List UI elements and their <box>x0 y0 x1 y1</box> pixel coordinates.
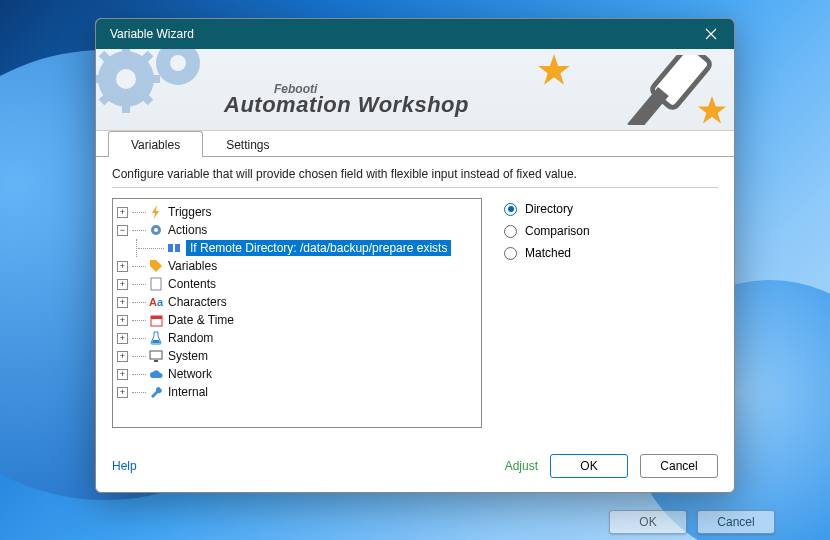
collapse-icon[interactable]: − <box>117 225 128 236</box>
tree-item-characters[interactable]: + Aa Characters <box>117 293 477 311</box>
tree-label: Variables <box>168 259 217 273</box>
svg-rect-7 <box>148 75 160 83</box>
characters-icon: Aa <box>148 294 164 310</box>
tree-item-variables[interactable]: + Variables <box>117 257 477 275</box>
expand-icon[interactable]: + <box>117 333 128 344</box>
radio-group: Directory Comparison Matched <box>504 198 590 436</box>
svg-rect-21 <box>150 351 162 359</box>
tree-item-actions[interactable]: − Actions <box>117 221 477 239</box>
ok-button[interactable]: OK <box>550 454 628 478</box>
svg-rect-16 <box>168 244 173 252</box>
tree-item-random[interactable]: + Random <box>117 329 477 347</box>
tab-variables[interactable]: Variables <box>108 131 203 157</box>
tree-label: Triggers <box>168 205 212 219</box>
expand-icon[interactable]: + <box>117 261 128 272</box>
close-button[interactable] <box>688 19 734 49</box>
tree-label-selected: If Remote Directory: /data/backup/prepar… <box>186 240 451 256</box>
brand-title: Automation Workshop <box>224 92 469 118</box>
radio-label: Matched <box>525 246 571 260</box>
wrench-icon <box>148 384 164 400</box>
bolt-icon <box>148 204 164 220</box>
tree-label: Characters <box>168 295 227 309</box>
gears-decoration <box>96 49 246 131</box>
expand-icon[interactable]: + <box>117 207 128 218</box>
tree-item-system[interactable]: + System <box>117 347 477 365</box>
radio-matched[interactable]: Matched <box>504 242 590 264</box>
svg-rect-5 <box>122 101 130 113</box>
radio-label: Directory <box>525 202 573 216</box>
cloud-icon <box>148 366 164 382</box>
radio-comparison[interactable]: Comparison <box>504 220 590 242</box>
adjust-link[interactable]: Adjust <box>505 459 538 473</box>
radio-icon <box>504 203 517 216</box>
separator <box>112 187 718 188</box>
tree-label: Network <box>168 367 212 381</box>
radio-label: Comparison <box>525 224 590 238</box>
svg-rect-4 <box>122 49 130 57</box>
background-dialog-buttons: OK Cancel <box>609 510 775 534</box>
tree-item-date-time[interactable]: + Date & Time <box>117 311 477 329</box>
svg-rect-20 <box>151 316 162 319</box>
cancel-button[interactable]: Cancel <box>640 454 718 478</box>
document-icon <box>148 276 164 292</box>
radio-icon <box>504 247 517 260</box>
condition-icon <box>166 240 182 256</box>
banner: Febooti Automation Workshop <box>96 49 734 131</box>
tree-item-actions-child[interactable]: If Remote Directory: /data/backup/prepar… <box>117 239 477 257</box>
svg-rect-6 <box>96 75 104 83</box>
tree-item-network[interactable]: + Network <box>117 365 477 383</box>
svg-rect-17 <box>175 244 180 252</box>
instructions-text: Configure variable that will provide cho… <box>112 167 718 181</box>
svg-rect-13 <box>627 87 669 125</box>
expand-icon[interactable]: + <box>117 351 128 362</box>
tabstrip: Variables Settings <box>96 130 734 157</box>
svg-rect-22 <box>154 360 158 362</box>
tree-label: Date & Time <box>168 313 234 327</box>
tree-label: Internal <box>168 385 208 399</box>
svg-rect-18 <box>151 278 161 290</box>
expand-icon[interactable]: + <box>117 387 128 398</box>
calendar-icon <box>148 312 164 328</box>
footer: Help Adjust OK Cancel <box>96 446 734 492</box>
svg-point-1 <box>116 69 136 89</box>
tree-item-internal[interactable]: + Internal <box>117 383 477 401</box>
help-link[interactable]: Help <box>112 459 137 473</box>
flask-icon <box>148 330 164 346</box>
radio-icon <box>504 225 517 238</box>
expand-icon[interactable]: + <box>117 315 128 326</box>
star-icon <box>534 51 574 91</box>
svg-point-3 <box>170 55 186 71</box>
expand-icon[interactable]: + <box>117 297 128 308</box>
expand-icon[interactable]: + <box>117 369 128 380</box>
tree-label: System <box>168 349 208 363</box>
svg-point-15 <box>154 228 158 232</box>
radio-directory[interactable]: Directory <box>504 198 590 220</box>
tree-label: Random <box>168 331 213 345</box>
close-icon <box>705 28 717 40</box>
tree-item-triggers[interactable]: + Triggers <box>117 203 477 221</box>
monitor-icon <box>148 348 164 364</box>
tree-panel[interactable]: + Triggers − Actions If Remote Directory… <box>112 198 482 428</box>
tab-settings[interactable]: Settings <box>203 131 292 157</box>
titlebar: Variable Wizard <box>96 19 734 49</box>
tree-label: Contents <box>168 277 216 291</box>
expand-icon[interactable]: + <box>117 279 128 290</box>
variable-wizard-dialog: Variable Wizard <box>95 18 735 493</box>
pen-icon <box>616 55 716 125</box>
tag-icon <box>148 258 164 274</box>
window-title: Variable Wizard <box>110 27 688 41</box>
tree-label: Actions <box>168 223 207 237</box>
tree-item-contents[interactable]: + Contents <box>117 275 477 293</box>
gear-icon <box>148 222 164 238</box>
